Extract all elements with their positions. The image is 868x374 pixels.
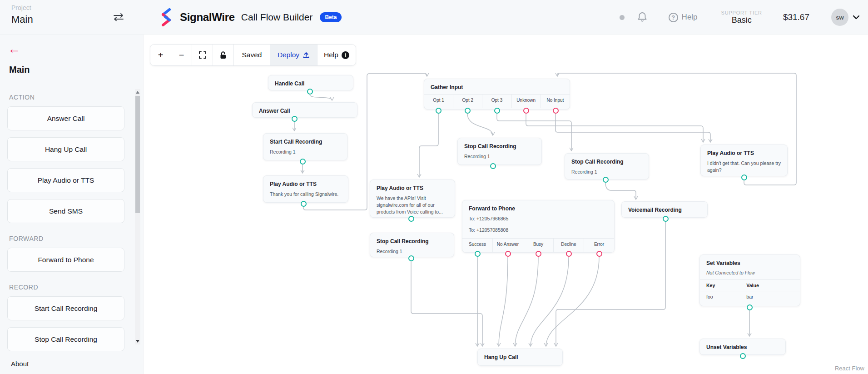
node-stop-call-recording-left[interactable]: Stop Call Recording Recording 1	[370, 233, 454, 257]
signalwire-logo-icon	[158, 8, 174, 27]
node-forward-to-phone[interactable]: Forward to Phone To: +12057966865 To: +1…	[462, 200, 615, 253]
output-handle[interactable]	[292, 116, 298, 122]
fit-view-button[interactable]	[192, 45, 213, 65]
output-decline: Decline	[553, 239, 584, 252]
node-set-variables[interactable]: Set Variables Not Connected to Flow Key …	[699, 254, 800, 306]
palette-item-start-call-recording[interactable]: Start Call Recording	[7, 296, 124, 320]
account-balance: $31.67	[783, 12, 809, 22]
flow-canvas[interactable]: + − Saved Deploy Help i	[144, 35, 868, 374]
value-header: Value	[746, 283, 794, 288]
support-tier-label: SUPPORT TIER	[721, 10, 762, 15]
header-actions: ? Help SUPPORT TIER Basic $31.67 sw	[620, 0, 860, 35]
output-handle[interactable]	[536, 251, 541, 257]
node-title: Set Variables	[700, 255, 800, 270]
output-unknown: Unknown	[511, 95, 541, 108]
node-play-audio-thanks[interactable]: Play Audio or TTS Thank you for calling …	[263, 175, 348, 203]
output-handle[interactable]	[475, 251, 481, 257]
scrollbar-thumb[interactable]	[135, 96, 140, 213]
node-handle-call[interactable]: Handle Call	[268, 75, 353, 90]
node-gather-input[interactable]: Gather Input Opt 1 Opt 2 Opt 3 Unknown N…	[424, 79, 570, 110]
node-play-audio-retry[interactable]: Play Audio or TTS I didn't get that. Can…	[700, 145, 788, 176]
project-label: Project	[11, 4, 31, 11]
node-title: Stop Call Recording	[565, 154, 649, 169]
output-handle[interactable]	[596, 251, 602, 257]
node-stop-call-recording-right[interactable]: Stop Call Recording Recording 1	[565, 153, 649, 180]
help-button-label: Help	[324, 51, 338, 59]
output-handle[interactable]	[436, 108, 441, 114]
node-voicemail-recording[interactable]: Voicemail Recording	[621, 201, 708, 218]
output-handle[interactable]	[307, 89, 313, 95]
node-title: Play Audio or TTS	[701, 145, 787, 160]
node-stop-call-recording-mid[interactable]: Stop Call Recording Recording 1	[457, 138, 542, 165]
node-start-call-recording[interactable]: Start Call Recording Recording 1	[263, 133, 347, 160]
output-handle[interactable]	[408, 216, 414, 222]
node-hang-up-call[interactable]: Hang Up Call	[477, 349, 563, 366]
sidebar-scrollbar[interactable]	[135, 89, 140, 344]
notifications-bell-icon[interactable]	[637, 11, 648, 23]
node-subtitle: Recording 1	[263, 149, 347, 160]
node-answer-call[interactable]: Answer Call	[252, 102, 357, 118]
lock-button[interactable]	[213, 45, 234, 65]
deploy-button[interactable]: Deploy	[270, 45, 317, 65]
node-title: Play Audio or TTS	[263, 176, 348, 191]
output-handle[interactable]	[663, 216, 669, 222]
output-handle[interactable]	[747, 304, 753, 310]
node-title: Gather Input	[424, 79, 570, 94]
palette-item-forward-to-phone[interactable]: Forward to Phone	[7, 248, 124, 272]
variables-row: foo bar	[700, 291, 800, 305]
node-line: To: +12057966865	[462, 215, 614, 227]
flow-title: Main	[9, 65, 30, 75]
node-palette-sidebar: ← Main ACTION Answer Call Hang Up Call P…	[0, 35, 144, 374]
help-button[interactable]: Help i	[317, 45, 356, 65]
output-handle[interactable]	[465, 108, 471, 114]
react-flow-attribution: React Flow	[835, 365, 864, 372]
saved-status-button[interactable]: Saved	[234, 45, 270, 65]
help-menu[interactable]: ? Help	[669, 13, 698, 22]
output-busy: Busy	[523, 239, 553, 252]
output-error: Error	[584, 239, 614, 252]
node-subtitle: Recording 1	[458, 153, 541, 165]
about-link[interactable]: About	[11, 360, 29, 368]
output-handle[interactable]	[494, 108, 500, 114]
node-title: Forward to Phone	[462, 200, 614, 215]
output-handle[interactable]	[300, 159, 306, 165]
output-handle[interactable]	[408, 255, 414, 261]
palette-item-stop-call-recording[interactable]: Stop Call Recording	[7, 327, 124, 351]
output-handle[interactable]	[490, 163, 496, 169]
zoom-in-button[interactable]: +	[150, 45, 171, 65]
app-title: Call Flow Builder	[241, 12, 313, 23]
scrollbar-down-arrow-icon[interactable]	[136, 340, 139, 343]
brand-name: SignalWire	[180, 11, 235, 24]
scrollbar-up-arrow-icon[interactable]	[136, 91, 139, 94]
swap-project-icon[interactable]	[113, 13, 124, 24]
node-line: To: +12057085808	[462, 227, 614, 238]
node-title: Stop Call Recording	[370, 233, 454, 248]
output-handle[interactable]	[741, 175, 747, 180]
section-label-record: RECORD	[9, 284, 134, 291]
output-handle[interactable]	[553, 108, 559, 114]
output-handle[interactable]	[566, 251, 572, 257]
palette-item-hang-up-call[interactable]: Hang Up Call	[7, 137, 124, 161]
node-title: Handle Call	[268, 75, 353, 90]
beta-badge: Beta	[320, 12, 342, 22]
back-arrow-icon[interactable]: ←	[8, 43, 20, 55]
canvas-toolbar: + − Saved Deploy Help i	[150, 44, 356, 66]
avatar[interactable]: sw	[831, 9, 848, 26]
palette-item-send-sms[interactable]: Send SMS	[7, 199, 124, 223]
account-chevron-down-icon[interactable]	[853, 15, 860, 20]
zoom-out-button[interactable]: −	[171, 45, 192, 65]
node-play-audio-apis[interactable]: Play Audio or TTS We have the APIs! Visi…	[370, 180, 455, 218]
palette-item-play-audio-tts[interactable]: Play Audio or TTS	[7, 168, 124, 192]
node-unset-variables[interactable]: Unset Variables	[699, 339, 786, 355]
node-subtitle: Thank you for calling Signalwire.	[263, 191, 348, 202]
output-handle[interactable]	[505, 251, 511, 257]
app-logo-block: SignalWire Call Flow Builder Beta	[158, 0, 342, 35]
output-success: Success	[462, 239, 492, 252]
palette-item-answer-call[interactable]: Answer Call	[7, 106, 124, 130]
output-handle[interactable]	[523, 108, 529, 114]
output-handle[interactable]	[301, 201, 307, 207]
output-handle[interactable]	[740, 353, 746, 359]
output-handle[interactable]	[603, 177, 609, 183]
section-label-forward: FORWARD	[9, 235, 134, 242]
support-tier-value: Basic	[721, 15, 762, 25]
